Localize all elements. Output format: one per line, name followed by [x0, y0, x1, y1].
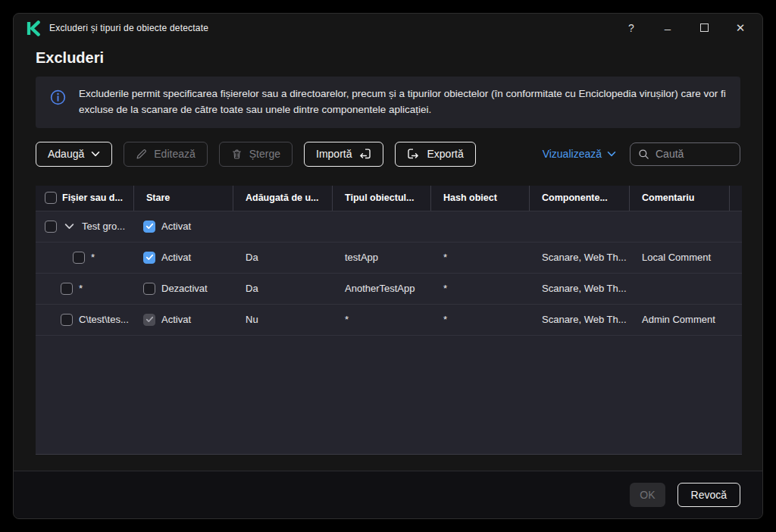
- cell-added-by-user: Nu: [233, 305, 333, 335]
- cell-status: Activat: [134, 243, 233, 273]
- delete-button-label: Șterge: [249, 148, 280, 160]
- status-checkbox-checked[interactable]: [143, 221, 155, 233]
- chevron-down-icon[interactable]: [64, 223, 74, 230]
- table-row[interactable]: * Dezactivat Da AnotherTestApp * Scanare…: [36, 274, 742, 305]
- search-icon: [638, 149, 649, 160]
- close-icon[interactable]: ✕: [732, 21, 749, 35]
- search-input[interactable]: [656, 148, 724, 160]
- toolbar: Adaugă Editează Șterge Importă Exportă V…: [36, 142, 740, 167]
- status-checkbox-unchecked[interactable]: [143, 283, 155, 295]
- view-dropdown-label: Vizualizează: [543, 148, 602, 160]
- trash-icon: [231, 149, 242, 160]
- header-status[interactable]: Stare: [134, 186, 233, 211]
- exclusions-table: Fișier sau d... Stare Adăugată de u... T…: [36, 186, 742, 455]
- header-object-type[interactable]: Tipul obiectul...: [333, 186, 431, 211]
- minimize-icon[interactable]: –: [659, 22, 676, 35]
- kaspersky-logo: [25, 20, 41, 36]
- info-banner: Excluderile permit specificarea fișierel…: [36, 77, 740, 128]
- cell-components: Scanare, Web Th...: [530, 274, 630, 304]
- chevron-down-icon: [91, 151, 100, 157]
- window-controls: ? – ✕: [623, 21, 749, 35]
- cell-file: *: [36, 274, 134, 304]
- select-all-checkbox[interactable]: [45, 192, 57, 204]
- header-added-by-user[interactable]: Adăugată de u...: [233, 186, 333, 211]
- cell-components: Scanare, Web Th...: [530, 243, 630, 273]
- info-circle-icon: [50, 89, 66, 105]
- ok-button[interactable]: OK: [630, 483, 665, 507]
- export-button-label: Exportă: [427, 148, 463, 160]
- cancel-button[interactable]: Revocă: [677, 483, 740, 507]
- delete-button[interactable]: Șterge: [219, 142, 293, 167]
- status-label: Dezactivat: [161, 283, 208, 294]
- header-comment[interactable]: Comentariu: [630, 186, 730, 211]
- footer-bar: OK Revocă: [14, 471, 762, 518]
- row-checkbox[interactable]: [61, 314, 73, 326]
- info-text: Excluderile permit specificarea fișierel…: [79, 86, 727, 118]
- file-name: *: [79, 283, 83, 294]
- cell-object-type: AnotherTestApp: [333, 274, 431, 304]
- chevron-down-icon: [607, 151, 616, 157]
- window-title: Excluderi și tipuri de obiecte detectate: [49, 23, 208, 33]
- cell-file: C\test\tes...: [36, 305, 134, 335]
- table-row-group[interactable]: Test gro... Activat: [36, 211, 742, 243]
- cell-object-hash: *: [431, 274, 530, 304]
- status-checkbox-disabled: [143, 314, 155, 326]
- cell-status: Activat: [134, 211, 233, 242]
- pencil-icon: [136, 149, 147, 160]
- cell-comment: [630, 274, 730, 304]
- cell-components: Scanare, Web Th...: [530, 305, 630, 335]
- cell-comment: Admin Comment: [630, 305, 730, 335]
- edit-button-label: Editează: [154, 148, 195, 160]
- cell-file: Test gro...: [36, 211, 134, 242]
- status-label: Activat: [161, 252, 191, 263]
- import-button[interactable]: Importă: [304, 142, 383, 167]
- row-checkbox[interactable]: [61, 283, 73, 295]
- status-label: Activat: [161, 221, 191, 232]
- edit-button[interactable]: Editează: [124, 142, 207, 167]
- header-spacer: [730, 186, 742, 211]
- add-button[interactable]: Adaugă: [36, 142, 112, 167]
- cell-object-hash: *: [431, 305, 530, 335]
- header-object-hash[interactable]: Hash obiect: [431, 186, 530, 211]
- table-row[interactable]: * Activat Da testApp * Scanare, Web Th..…: [36, 243, 742, 274]
- help-icon[interactable]: ?: [623, 22, 640, 34]
- cell-status: Activat: [134, 305, 233, 335]
- maximize-icon[interactable]: [696, 22, 712, 34]
- table-empty-area: [36, 336, 742, 454]
- cell-file: *: [36, 243, 134, 273]
- cell-object-type: testApp: [333, 243, 431, 273]
- file-name: C\test\tes...: [79, 314, 129, 325]
- import-icon: [358, 148, 371, 160]
- file-name: *: [91, 252, 95, 263]
- import-button-label: Importă: [316, 148, 352, 160]
- cell-object-type: *: [333, 305, 431, 335]
- app-window: Excluderi și tipuri de obiecte detectate…: [13, 13, 763, 519]
- table-header-row: Fișier sau d... Stare Adăugată de u... T…: [36, 186, 742, 211]
- add-button-label: Adaugă: [48, 148, 84, 160]
- row-checkbox[interactable]: [45, 221, 57, 233]
- header-components[interactable]: Componente...: [530, 186, 630, 211]
- view-dropdown[interactable]: Vizualizează: [543, 148, 616, 160]
- status-label: Activat: [161, 314, 191, 325]
- cell-status: Dezactivat: [134, 274, 233, 304]
- search-box[interactable]: [630, 142, 740, 166]
- cell-object-hash: *: [431, 243, 530, 273]
- group-name: Test gro...: [82, 221, 125, 232]
- status-checkbox-checked[interactable]: [143, 252, 155, 264]
- cell-comment: Local Comment: [630, 243, 730, 273]
- cell-added-by-user: Da: [233, 243, 333, 273]
- cell-added-by-user: Da: [233, 274, 333, 304]
- export-icon: [407, 148, 420, 160]
- row-checkbox[interactable]: [73, 252, 85, 264]
- page-title: Excluderi: [14, 42, 762, 77]
- titlebar: Excluderi și tipuri de obiecte detectate…: [14, 14, 762, 42]
- export-button[interactable]: Exportă: [395, 142, 475, 167]
- table-row[interactable]: C\test\tes... Activat Nu * * Scanare, We…: [36, 305, 742, 336]
- header-file[interactable]: Fișier sau d...: [36, 186, 134, 211]
